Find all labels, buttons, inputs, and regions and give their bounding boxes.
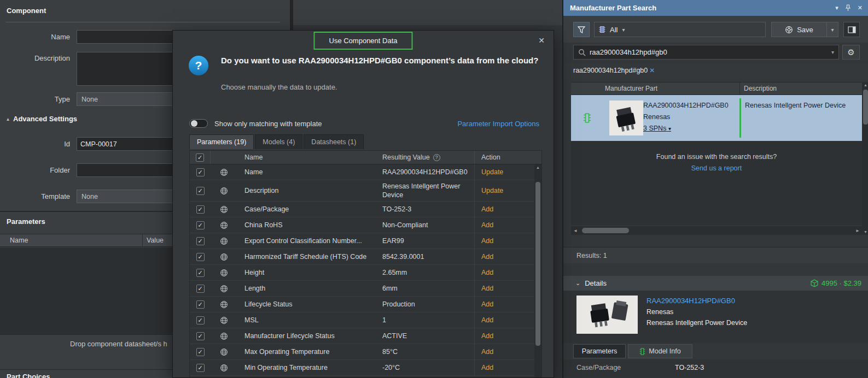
param-action-link[interactable]: Add (474, 233, 526, 249)
param-resulting-value: Renesas Intellgent Power Device (382, 180, 474, 201)
param-name: Min Operating Temperature (237, 364, 382, 371)
source-dropdown[interactable]: All ▾ (594, 22, 766, 37)
param-action-link[interactable]: Add (474, 265, 526, 280)
dialog-table-row[interactable]: ✓ Harmonized Tariff Schedule (HTS) Code … (190, 249, 541, 265)
param-resulting-value: 85°C (382, 346, 474, 358)
results-vertical-scrollbar[interactable]: ▲ ▼ (862, 82, 868, 235)
advanced-settings-section-header[interactable]: ▴ Advanced Settings (7, 115, 77, 123)
scroll-up-icon[interactable]: ▲ (534, 166, 541, 169)
dialog-table-row[interactable]: ✓ Case/Package TO-252-3 Add (190, 202, 541, 217)
tab-parameters[interactable]: Parameters (19) (189, 134, 254, 149)
spns-link[interactable]: 3 SPNs ▾ (643, 123, 745, 134)
dialog-table-row[interactable]: ✓ Manufacturer Lifecycle Status ACTIVE A… (190, 328, 541, 344)
param-name: Case/Package (237, 205, 382, 213)
chevron-down-icon[interactable]: ▾ (831, 49, 834, 55)
param-action-link[interactable]: Add (474, 312, 526, 328)
active-filter-chip[interactable]: raa2900034h12hpd#gb0 ✕ (563, 63, 868, 78)
tab-model-info[interactable]: Model Info (628, 344, 692, 358)
param-resulting-value: 6mm (382, 282, 474, 294)
filter-chip-label: raa2900034h12hpd#gb0 (573, 67, 648, 74)
dialog-table-header: ✓ Name Resulting Value ? Action (190, 151, 541, 164)
close-icon[interactable]: ✕ (858, 4, 863, 11)
scroll-down-icon[interactable]: ▼ (862, 230, 868, 234)
row-checkbox[interactable]: ✓ (196, 364, 205, 372)
row-checkbox[interactable]: ✓ (196, 316, 205, 324)
parameter-import-options-link[interactable]: Parameter Import Options (457, 120, 539, 128)
param-resulting-value: Production (382, 298, 474, 310)
row-checkbox[interactable]: ✓ (196, 205, 205, 214)
param-action-link[interactable]: Add (474, 249, 526, 264)
dialog-table-row[interactable]: ✓ MSL 1 Add (190, 312, 541, 328)
detail-part-link[interactable]: RAA2900034H12HPD#GB0 (646, 297, 735, 305)
detail-description: Renesas Intellgent Power Device (646, 319, 747, 327)
panel-layout-button[interactable] (843, 22, 860, 37)
scrollbar-thumb[interactable] (582, 228, 629, 233)
filter-button[interactable] (573, 22, 590, 37)
dialog-table-row[interactable]: ✓ Max Operating Temperature 85°C Add (190, 344, 541, 360)
part-choices-section-header[interactable]: Part Choices (7, 373, 50, 378)
param-action-link[interactable]: Add (474, 328, 526, 344)
datasheet-drop-hint: Drop component datasheet/s h (70, 340, 167, 348)
scrollbar-thumb[interactable] (535, 182, 540, 346)
param-action-link[interactable]: Update (474, 164, 526, 180)
scroll-up-icon[interactable]: ▲ (862, 83, 868, 87)
chevron-down-icon[interactable]: ⌄ (575, 280, 580, 287)
row-checkbox[interactable]: ✓ (196, 332, 205, 340)
row-checkbox[interactable]: ✓ (196, 168, 205, 176)
results-horizontal-scrollbar[interactable]: ◄ ► (571, 226, 862, 235)
template-value: None (81, 193, 98, 200)
param-action-link[interactable]: Update (474, 180, 526, 201)
param-action-link[interactable]: Add (474, 281, 526, 296)
chevron-down-icon[interactable]: ▾ (835, 4, 838, 11)
scroll-left-icon[interactable]: ◄ (571, 228, 580, 233)
scrollbar-thumb[interactable] (863, 90, 868, 125)
remove-filter-icon[interactable]: ✕ (649, 67, 655, 74)
detail-param-value: TO-252-3 (675, 364, 704, 371)
row-checkbox[interactable]: ✓ (196, 300, 205, 309)
matching-template-toggle[interactable] (189, 119, 208, 128)
dialog-table-row[interactable]: ✓ Name RAA2900034H12HPD#GB0 Update (190, 164, 541, 180)
save-dropdown-button[interactable]: ▾ (826, 22, 838, 37)
close-icon[interactable]: ✕ (538, 36, 545, 45)
param-resulting-value: Non-Compliant (382, 219, 474, 231)
cloud-source-icon (211, 253, 237, 261)
dialog-table-row[interactable]: ✓ Length 6mm Add (190, 281, 541, 297)
result-row[interactable]: RAA2900034H12HPD#GB0 Renesas 3 SPNs ▾ Re… (571, 95, 862, 141)
dialog-table-row[interactable]: ✓ Lifecycle Status Production Add (190, 297, 541, 312)
row-checkbox[interactable]: ✓ (196, 221, 205, 229)
scroll-right-icon[interactable]: ► (853, 228, 862, 233)
results-table-header: Manufacturer Part Description (571, 82, 862, 95)
row-checkbox[interactable]: ✓ (196, 285, 205, 293)
row-checkbox[interactable]: ✓ (196, 187, 205, 195)
part-search-input[interactable]: raa2900034h12hpd#gb0 ▾ (573, 45, 839, 60)
send-report-link[interactable]: Send us a report (571, 164, 862, 172)
tab-datasheets[interactable]: Datasheets (1) (304, 134, 364, 149)
results-count-bar: Results: 1 (563, 247, 868, 263)
row-checkbox[interactable]: ✓ (196, 348, 205, 356)
param-action-link[interactable]: Add (474, 297, 526, 312)
details-title: Details (585, 279, 607, 287)
param-action-link[interactable]: Add (474, 344, 526, 359)
param-action-link[interactable]: Add (474, 217, 526, 233)
select-all-checkbox[interactable]: ✓ (196, 153, 204, 162)
results-count: Results: 1 (576, 252, 607, 259)
tab-parameters[interactable]: Parameters (573, 344, 626, 358)
tab-models[interactable]: Models (4) (255, 134, 302, 149)
row-checkbox[interactable]: ✓ (196, 253, 205, 261)
row-checkbox[interactable]: ✓ (196, 269, 205, 277)
dialog-table-row[interactable]: ✓ Description Renesas Intellgent Power D… (190, 180, 541, 202)
search-settings-button[interactable]: ⚙ (842, 45, 860, 60)
dialog-table-row[interactable]: ✓ Height 2.65mm Add (190, 265, 541, 281)
pin-icon[interactable] (845, 4, 851, 11)
dialog-table-row[interactable]: ✓ China RoHS Non-Compliant Add (190, 217, 541, 233)
folder-label: Folder (0, 166, 70, 174)
row-checkbox[interactable]: ✓ (196, 237, 205, 245)
save-search-button[interactable]: Save (771, 22, 827, 37)
dialog-table-row[interactable]: ✓ Min Operating Temperature -20°C Add (190, 360, 541, 376)
param-action-link[interactable]: Add (474, 360, 526, 375)
param-action-link[interactable]: Add (474, 202, 526, 217)
dialog-table-row[interactable]: ✓ Export Control Classification Number..… (190, 233, 541, 249)
gear-icon: ⚙ (847, 48, 854, 57)
dialog-vertical-scrollbar[interactable]: ▲ (534, 164, 541, 378)
details-section-header[interactable]: ⌄ Details 4995 · $2.39 (563, 276, 868, 291)
